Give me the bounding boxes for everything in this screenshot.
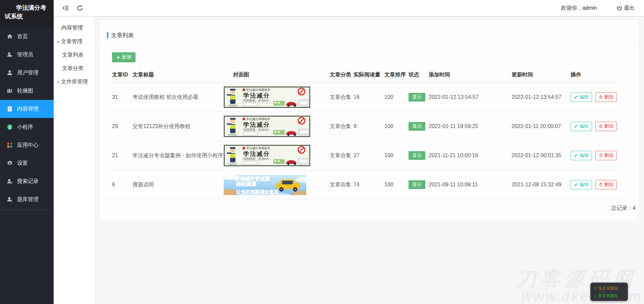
user-management-icon [7,70,13,76]
article-category: 文章合集 [323,123,347,130]
article-title: 考试使用教程 初次使用必看 [128,94,226,101]
column-header: 文章标题 [128,71,226,78]
submenu-item-article-list[interactable]: 文章列表 [54,48,94,62]
sidebar-item-settings[interactable]: 设置 [0,154,54,172]
edit-button[interactable]: 编辑 [571,151,592,160]
app-title: 学法满分考试系统 [5,4,46,20]
pencil-icon [574,95,578,99]
carousel-icon [7,88,13,94]
pencil-icon [574,183,578,187]
sidebar-item-label: 内容管理 [17,106,39,113]
sidebar-item-carousel[interactable]: 轮播图 [0,82,54,100]
svg-text:轻松搜题: 轻松搜题 [236,181,257,187]
edit-button-label: 编辑 [579,182,589,188]
submenu-section-title: 内容管理 [54,21,94,35]
read-count: 27 [347,153,378,159]
plus-icon [116,56,120,59]
welcome-text: 欢迎你，admin [561,5,597,12]
upload-speed: 3.2 KB/s [599,285,618,291]
column-header: 状态 [402,71,426,78]
sidebar-item-label: 轮播图 [17,87,33,95]
sort-order: 100 [378,182,402,188]
search-records-icon [7,178,13,184]
logout-button[interactable]: 退出 [616,5,635,12]
submenu-item-article-category[interactable]: 文章分类 [54,62,94,75]
sidebar-item-label: 管理员 [17,51,33,58]
sidebar-item-label: 用户管理 [17,69,39,76]
cover-image: 学法减分神器助手 学法减分 拍照搜题、必加6分 [224,86,310,108]
delete-button[interactable]: 删除 [595,93,617,102]
sidebar-item-user-management[interactable]: 用户管理 [0,64,54,82]
delete-button[interactable]: 删除 [595,122,617,131]
sidebar-item-home[interactable]: 首页 [0,27,54,46]
total-records-label: 总记录： [611,205,633,211]
submenu-group-articles[interactable]: 文章管理 [54,35,94,48]
add-button-label: 新增 [122,54,131,60]
added-time: 2021-09-11 10:06:11 [426,182,509,188]
logout-label: 退出 [624,5,635,12]
svg-text:学法减分: 学法减分 [243,92,270,99]
download-speed: 8.9 KB/s [599,293,618,298]
status-badge: 显示 [409,180,425,189]
sidebar-item-admin[interactable]: 管理员 [0,46,54,64]
settings-icon [7,160,13,166]
trash-icon [599,95,603,99]
refresh-icon[interactable] [76,5,83,11]
sidebar-item-label: 小程序 [17,124,33,131]
column-header: 操作 [569,71,623,78]
svg-text:学法减分: 学法减分 [243,150,270,157]
upload-arrow-icon: ↑ [594,285,597,291]
network-speed-overlay: ↑ 3.2 KB/s ↓ 8.9 KB/s [590,283,628,301]
sidebar-item-app-center[interactable]: 应用中心 [0,136,54,154]
delete-button[interactable]: 删除 [595,180,617,189]
article-id: 6 [106,182,128,188]
edit-button[interactable]: 编辑 [571,93,592,102]
article-id: 29 [106,123,128,129]
updated-time: 2022-01-12 00:01:35 [509,153,569,159]
delete-button[interactable]: 删除 [595,151,617,160]
svg-text:学法减分: 学法减分 [243,121,270,128]
svg-text:学法减分神器助手: 学法减分神器助手 [246,117,270,121]
svg-text:学法减分专业版: 学法减分专业版 [234,176,270,181]
sidebar-item-miniprogram[interactable]: 小程序 [0,118,54,136]
status-badge: 显示 [409,151,425,160]
sidebar-item-question-bank[interactable]: 题库管理 [0,190,54,208]
edit-button-label: 编辑 [579,123,589,129]
edit-button-label: 编辑 [579,153,589,159]
read-count: 74 [347,182,378,188]
delete-button-label: 删除 [604,153,613,159]
table-row: 29 交管12123补分使用教程 学法减分神器助手 学法减分 拍照搜题、必加6分 [106,112,623,141]
collapse-menu-icon[interactable] [62,5,69,11]
add-article-button[interactable]: 新增 [112,52,136,62]
delete-button-label: 删除 [604,123,613,129]
topbar: 欢迎你，admin 退出 [54,0,644,17]
edit-button[interactable]: 编辑 [571,122,592,131]
sidebar: 学法满分考试系统 首页 管理员 用户管理 轮播图 内容管理 小程序 应用中心 设… [0,0,54,304]
article-list-card: 文章列表 新增 文章ID 文章标题 封面图 文章分类 实际阅读量 文章排序 状态… [99,19,639,221]
column-header: 添加时间 [426,71,509,78]
sidebar-item-search-records[interactable]: 搜索记录 [0,172,54,190]
title-accent-bar [107,32,108,38]
page-title: 文章列表 [111,32,134,39]
sidebar-item-content-management[interactable]: 内容管理 [0,100,54,118]
submenu-group-files[interactable]: 文件库管理 [54,75,94,88]
column-header: 实际阅读量 [347,71,378,78]
sort-order: 100 [378,123,402,129]
cover-image: 学法减分专业版 轻松搜题 让你的驾照满分复活 [224,175,306,195]
article-title: 搜题说明 [128,181,226,188]
svg-text:学法减分神器助手: 学法减分神器助手 [246,88,270,92]
sidebar-nav: 首页 管理员 用户管理 轮播图 内容管理 小程序 应用中心 设置 搜索记录 题库… [0,27,54,208]
article-title: 学法减分专业版案例 - 如何使用小程序? [128,152,226,159]
submenu-children: 文章列表文章分类 [54,48,94,75]
cover-image: 学法减分神器助手 学法减分 拍照搜题、必加6分 [224,116,310,137]
sidebar-item-label: 设置 [17,160,28,167]
updated-time: 2022-01-11 20:00:07 [509,123,569,129]
submenu-group-label: 文章管理 [61,38,83,45]
edit-button-label: 编辑 [579,94,589,100]
edit-button[interactable]: 编辑 [571,180,592,189]
svg-text:拍照搜题、必加6分: 拍照搜题、必加6分 [243,128,269,131]
column-header: 文章分类 [323,71,347,78]
home-icon [7,34,13,40]
card-header: 文章列表 [99,20,639,45]
article-id: 21 [106,153,128,159]
